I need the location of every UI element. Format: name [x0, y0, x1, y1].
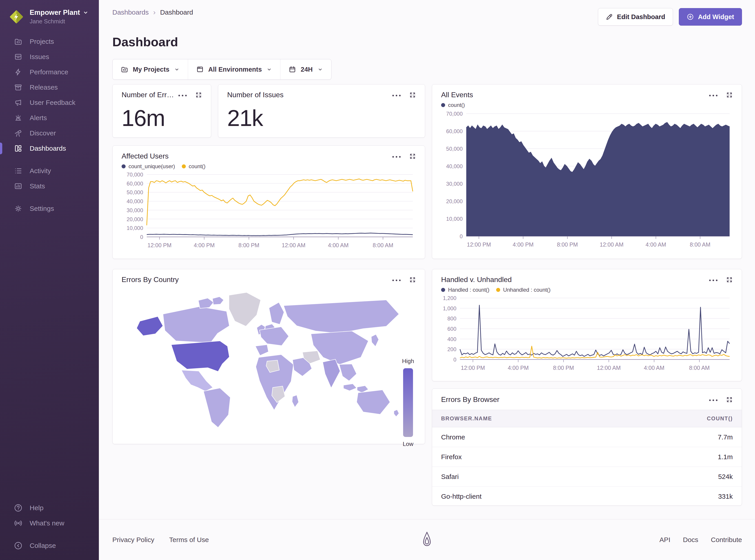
count-cell: 331k — [718, 493, 733, 500]
widget-number-of-issues: Number of Issues 21k — [218, 84, 425, 138]
svg-text:50,000: 50,000 — [446, 146, 463, 152]
widget-menu-button[interactable] — [392, 156, 401, 158]
time-range-filter[interactable]: 24H — [280, 59, 331, 79]
environment-filter[interactable]: All Environments — [188, 59, 280, 79]
svg-text:4:00 AM: 4:00 AM — [644, 365, 664, 371]
legend-item[interactable]: Handled : count() — [441, 287, 489, 293]
svg-text:200: 200 — [447, 346, 457, 352]
legend-item[interactable]: count() — [441, 102, 465, 108]
expand-icon[interactable] — [409, 92, 416, 99]
sidebar-item-label: Issues — [30, 53, 49, 61]
chart-legend: count() — [441, 102, 733, 108]
footer-link-docs[interactable]: Docs — [683, 536, 698, 544]
legend-dot-icon — [121, 164, 125, 168]
expand-icon[interactable] — [726, 396, 733, 404]
legend-gradient-bar — [403, 368, 413, 437]
table-row[interactable]: Firefox1.1m — [432, 447, 742, 467]
sidebar-item-alerts[interactable]: Alerts — [0, 110, 99, 125]
window-icon — [196, 65, 204, 73]
filter-bar: My Projects All Environments 24H — [112, 59, 331, 80]
widget-menu-button[interactable] — [392, 280, 401, 281]
footer-link-terms-of-use[interactable]: Terms of Use — [169, 536, 209, 544]
sidebar-item-dashboards[interactable]: Dashboards — [0, 141, 99, 156]
table-row[interactable]: Safari524k — [432, 467, 742, 486]
all-events-chart[interactable]: 010,00020,00030,00040,00050,00060,00070,… — [441, 110, 733, 249]
sidebar-item-projects[interactable]: Projects — [0, 34, 99, 49]
widget-title: Handled v. Unhandled — [441, 276, 512, 284]
svg-text:4:00 AM: 4:00 AM — [328, 242, 349, 248]
sidebar-item-issues[interactable]: Issues — [0, 49, 99, 64]
expand-icon[interactable] — [409, 276, 416, 284]
svg-text:0: 0 — [460, 233, 463, 239]
widget-title: All Events — [441, 91, 473, 99]
performance-icon — [14, 68, 22, 76]
legend-dot-icon — [441, 288, 445, 292]
svg-text:12:00 AM: 12:00 AM — [600, 241, 623, 248]
breadcrumb-current: Dashboard — [160, 8, 193, 16]
alerts-icon — [14, 114, 22, 122]
svg-text:30,000: 30,000 — [446, 181, 463, 187]
sidebar-item-user-feedback[interactable]: User Feedback — [0, 95, 99, 110]
sidebar-item-activity[interactable]: Activity — [0, 163, 99, 179]
handled-unhandled-chart[interactable]: 02004006008001,0001,20012:00 PM4:00 PM8:… — [441, 294, 733, 373]
legend-item[interactable]: count() — [182, 163, 206, 169]
widget-menu-button[interactable] — [709, 399, 717, 401]
svg-text:800: 800 — [447, 316, 457, 322]
table-header: BROWSER.NAME COUNT() — [432, 410, 742, 427]
page-title: Dashboard — [112, 35, 755, 49]
legend-dot-icon — [496, 288, 500, 292]
feedback-icon — [14, 98, 22, 107]
legend-item[interactable]: count_unique(user) — [121, 163, 175, 169]
widget-title: Errors By Browser — [441, 395, 500, 404]
breadcrumb: Dashboards › Dashboard — [112, 8, 193, 16]
org-logo-icon — [9, 9, 24, 24]
expand-icon[interactable] — [726, 92, 733, 99]
breadcrumb-dashboards-link[interactable]: Dashboards — [112, 8, 149, 16]
edit-dashboard-button[interactable]: Edit Dashboard — [598, 8, 673, 26]
widget-menu-button[interactable] — [178, 95, 187, 96]
help-icon — [14, 504, 22, 512]
svg-text:4:00 AM: 4:00 AM — [645, 241, 666, 248]
chart-legend: count_unique(user)count() — [121, 163, 416, 169]
sidebar-item-discover[interactable]: Discover — [0, 125, 99, 141]
sidebar: Empower Plant Jane Schmidt ProjectsIssue… — [0, 0, 99, 560]
svg-text:0: 0 — [140, 234, 143, 240]
svg-text:12:00 AM: 12:00 AM — [597, 365, 621, 371]
footer-link-api[interactable]: API — [659, 536, 670, 544]
sidebar-item-what-s-new[interactable]: What's new — [0, 516, 99, 531]
expand-icon[interactable] — [409, 153, 416, 161]
svg-text:600: 600 — [447, 326, 457, 332]
footer-right-links: APIDocsContribute — [659, 536, 742, 544]
sidebar-collapse-button[interactable]: Collapse — [0, 538, 99, 553]
footer-link-privacy-policy[interactable]: Privacy Policy — [112, 536, 154, 544]
errors-value: 16m — [121, 105, 202, 131]
project-filter[interactable]: My Projects — [113, 59, 188, 79]
footer-link-contribute[interactable]: Contribute — [711, 536, 742, 544]
sidebar-item-releases[interactable]: Releases — [0, 80, 99, 95]
widget-menu-button[interactable] — [709, 95, 717, 96]
table-row[interactable]: Chrome7.7m — [432, 427, 742, 447]
sidebar-item-settings[interactable]: Settings — [0, 201, 99, 216]
chevron-down-icon — [83, 9, 89, 16]
widget-menu-button[interactable] — [392, 95, 401, 96]
browser-name-cell: Safari — [441, 473, 459, 481]
table-row[interactable]: Go-http-client331k — [432, 486, 742, 506]
widget-menu-button[interactable] — [709, 280, 717, 281]
releases-icon — [14, 83, 22, 92]
sidebar-item-performance[interactable]: Performance — [0, 64, 99, 80]
sidebar-item-help[interactable]: Help — [0, 500, 99, 516]
expand-icon[interactable] — [726, 276, 733, 284]
chevron-down-icon — [317, 66, 323, 72]
chevron-down-icon — [174, 66, 180, 72]
legend-item[interactable]: Unhandled : count() — [496, 287, 550, 293]
world-map[interactable]: High Low — [121, 286, 416, 433]
expand-icon[interactable] — [195, 92, 202, 99]
org-switcher[interactable]: Empower Plant Jane Schmidt — [0, 0, 99, 31]
svg-text:40,000: 40,000 — [127, 198, 143, 204]
sidebar-item-label: Releases — [30, 83, 58, 91]
affected-users-chart[interactable]: 010,00020,00030,00040,00050,00060,00070,… — [121, 171, 416, 250]
sidebar-item-label: Settings — [30, 205, 54, 213]
add-widget-button[interactable]: Add Widget — [679, 8, 742, 26]
sidebar-item-label: Performance — [30, 68, 68, 76]
sidebar-item-stats[interactable]: Stats — [0, 179, 99, 194]
